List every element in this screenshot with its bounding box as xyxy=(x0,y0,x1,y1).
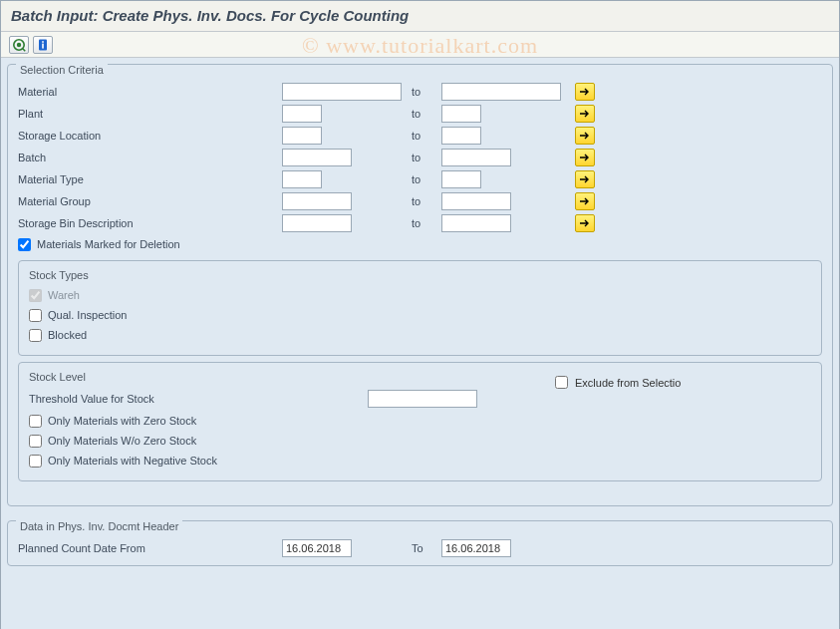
multi-select-button[interactable] xyxy=(575,105,595,123)
row-materials-marked-for-deletion: Materials Marked for Deletion xyxy=(18,234,822,254)
arrow-right-icon xyxy=(579,131,591,141)
threshold-label: Threshold Value for Stock xyxy=(29,393,368,405)
qual-inspection-label: Qual. Inspection xyxy=(48,309,128,321)
threshold-input[interactable] xyxy=(368,390,477,408)
arrow-right-icon xyxy=(579,196,591,206)
material-type-to[interactable] xyxy=(441,170,481,188)
wareh-checkbox xyxy=(29,289,42,302)
info-button[interactable] xyxy=(33,36,53,54)
storage-location-to[interactable] xyxy=(441,127,481,145)
only-zero-label: Only Materials with Zero Stock xyxy=(48,415,196,427)
toolbar xyxy=(1,32,839,58)
group-selection-criteria: Selection Criteria Material to Plant to xyxy=(7,64,833,506)
to-label: to xyxy=(412,173,441,185)
planned-count-from[interactable] xyxy=(282,539,352,557)
execute-button[interactable] xyxy=(9,36,29,54)
material-from[interactable] xyxy=(282,83,402,101)
batch-to[interactable] xyxy=(441,149,511,166)
row-storage-location: Storage Location to xyxy=(18,125,822,147)
storage-bin-from[interactable] xyxy=(282,214,352,232)
to-label: to xyxy=(412,86,441,98)
arrow-right-icon xyxy=(579,87,591,97)
label-plant: Plant xyxy=(18,108,282,120)
plant-to[interactable] xyxy=(441,105,481,123)
materials-deletion-checkbox[interactable] xyxy=(18,238,31,251)
blocked-checkbox[interactable] xyxy=(29,329,42,342)
group-stock-level: Stock Level Threshold Value for Stock Ex… xyxy=(18,362,822,481)
only-zero-checkbox[interactable] xyxy=(29,415,42,428)
planned-count-to[interactable] xyxy=(441,539,511,557)
execute-icon xyxy=(12,38,26,52)
to-label: To xyxy=(412,542,441,554)
page-title: Batch Input: Create Phys. Inv. Docs. For… xyxy=(11,7,829,24)
multi-select-button[interactable] xyxy=(575,127,595,145)
to-label: to xyxy=(412,108,441,120)
arrow-right-icon xyxy=(579,153,591,162)
label-storage-bin: Storage Bin Description xyxy=(18,217,282,229)
storage-bin-to[interactable] xyxy=(441,214,511,232)
to-label: to xyxy=(412,195,441,207)
plant-from[interactable] xyxy=(282,105,322,123)
storage-location-from[interactable] xyxy=(282,127,322,145)
multi-select-button[interactable] xyxy=(575,214,595,232)
multi-select-button[interactable] xyxy=(575,149,595,166)
svg-rect-5 xyxy=(42,43,44,48)
wareh-label: Wareh xyxy=(48,289,80,301)
group-legend: Stock Types xyxy=(25,269,93,281)
label-storage-location: Storage Location xyxy=(18,130,282,142)
svg-line-2 xyxy=(23,48,25,50)
group-legend: Selection Criteria xyxy=(16,64,108,76)
material-group-to[interactable] xyxy=(441,192,511,210)
exclude-label: Exclude from Selectio xyxy=(575,377,681,389)
info-icon xyxy=(36,38,50,52)
to-label: to xyxy=(412,130,441,142)
app-window: Batch Input: Create Phys. Inv. Docs. For… xyxy=(0,0,840,629)
only-negative-label: Only Materials with Negative Stock xyxy=(48,455,217,467)
material-type-from[interactable] xyxy=(282,170,322,188)
row-material: Material to xyxy=(18,81,822,103)
svg-rect-4 xyxy=(42,41,44,43)
to-label: to xyxy=(412,217,441,229)
only-wo-zero-checkbox[interactable] xyxy=(29,435,42,448)
title-bar: Batch Input: Create Phys. Inv. Docs. For… xyxy=(1,1,839,32)
blocked-label: Blocked xyxy=(48,329,87,341)
planned-count-label: Planned Count Date From xyxy=(18,542,282,554)
group-legend: Data in Phys. Inv. Docmt Header xyxy=(16,520,182,532)
qual-inspection-checkbox[interactable] xyxy=(29,309,42,322)
group-docmt-header: Data in Phys. Inv. Docmt Header Planned … xyxy=(7,520,833,566)
exclude-checkbox[interactable] xyxy=(555,376,568,389)
multi-select-button[interactable] xyxy=(575,192,595,210)
label-material-type: Material Type xyxy=(18,173,282,185)
row-batch: Batch to xyxy=(18,147,822,168)
group-legend: Stock Level xyxy=(25,371,90,383)
arrow-right-icon xyxy=(579,218,591,228)
materials-deletion-label: Materials Marked for Deletion xyxy=(37,238,180,250)
only-wo-zero-label: Only Materials W/o Zero Stock xyxy=(48,435,196,447)
svg-point-1 xyxy=(17,42,21,46)
material-group-from[interactable] xyxy=(282,192,352,210)
to-label: to xyxy=(412,152,441,163)
content-area: Selection Criteria Material to Plant to xyxy=(1,58,839,629)
group-stock-types: Stock Types Wareh Qual. Inspection Block… xyxy=(18,260,822,356)
multi-select-button[interactable] xyxy=(575,170,595,188)
batch-from[interactable] xyxy=(282,149,352,166)
arrow-right-icon xyxy=(579,174,591,184)
row-plant: Plant to xyxy=(18,103,822,125)
label-material: Material xyxy=(18,86,282,98)
material-to[interactable] xyxy=(441,83,561,101)
label-material-group: Material Group xyxy=(18,195,282,207)
row-material-group: Material Group to xyxy=(18,190,822,212)
only-negative-checkbox[interactable] xyxy=(29,455,42,468)
row-material-type: Material Type to xyxy=(18,168,822,190)
arrow-right-icon xyxy=(579,109,591,119)
multi-select-button[interactable] xyxy=(575,83,595,101)
row-storage-bin: Storage Bin Description to xyxy=(18,212,822,234)
label-batch: Batch xyxy=(18,152,282,163)
